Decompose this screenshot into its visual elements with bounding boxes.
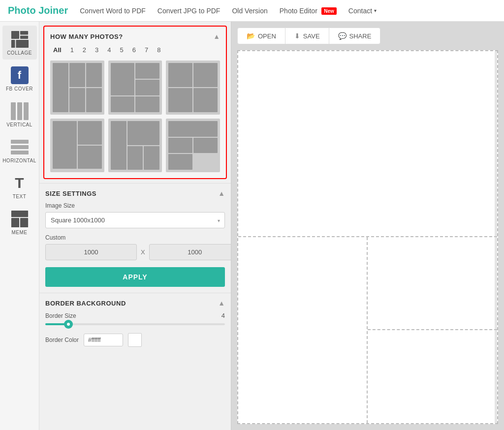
count-tab-8[interactable]: 8: [154, 45, 163, 55]
brand-logo[interactable]: Photo Joiner: [8, 5, 68, 16]
svg-rect-3: [11, 40, 15, 48]
left-sidebar: COLLAGE f FB COVER VERTICAL: [0, 22, 39, 430]
size-settings-title: SIZE SETTINGS: [45, 190, 96, 197]
canvas-scrollbar[interactable]: [495, 51, 497, 423]
count-tab-4[interactable]: 4: [104, 45, 114, 55]
image-size-label: Image Size: [45, 202, 225, 209]
border-background-section: BORDER BACKGROUND ▲ Border Size 4 Border…: [39, 293, 231, 353]
nav-convert-jpg[interactable]: Convert JPG to PDF: [158, 7, 220, 15]
share-button[interactable]: 💬 SHARE: [329, 28, 380, 44]
svg-rect-1: [20, 31, 28, 35]
count-tab-5[interactable]: 5: [117, 45, 126, 55]
border-color-label: Border Color: [45, 337, 79, 343]
canvas-toolbar: 📂 OPEN ⬇ SAVE 💬 SHARE: [237, 28, 380, 44]
nav-contact[interactable]: Contact: [348, 7, 372, 15]
image-size-select[interactable]: Square 1000x1000 Landscape 1200x800 Port…: [45, 212, 225, 228]
collage-canvas[interactable]: [237, 50, 498, 424]
sidebar-item-meme[interactable]: MEME: [2, 205, 37, 239]
slider-thumb[interactable]: [64, 320, 73, 329]
border-size-label: Border Size: [45, 312, 76, 319]
border-size-slider[interactable]: [45, 323, 225, 325]
svg-rect-4: [16, 40, 29, 48]
nav-photo-editor[interactable]: Photo Editor: [280, 7, 317, 15]
custom-label: Custom: [45, 234, 225, 241]
horizontal-icon: [10, 137, 30, 157]
nav-convert-word[interactable]: Convert Word to PDF: [80, 7, 146, 15]
count-tab-6[interactable]: 6: [129, 45, 139, 55]
count-tab-3[interactable]: 3: [92, 45, 101, 55]
canvas-cell-top[interactable]: [238, 51, 497, 237]
border-color-input[interactable]: [84, 334, 123, 346]
sidebar-item-text[interactable]: T TEXT: [2, 169, 37, 203]
image-size-select-wrapper: Square 1000x1000 Landscape 1200x800 Port…: [45, 212, 225, 228]
slider-thumb-inner: [67, 323, 70, 326]
share-icon: 💬: [338, 32, 346, 40]
collage-icon: [10, 30, 30, 49]
save-label: SAVE: [303, 32, 320, 40]
layout-thumb-2[interactable]: [108, 61, 162, 115]
canvas-cell-bottom-right-top[interactable]: [368, 237, 497, 330]
custom-size-row: X: [45, 244, 225, 260]
width-input[interactable]: [45, 244, 137, 260]
svg-rect-0: [11, 31, 19, 39]
count-tab-1[interactable]: 1: [67, 45, 77, 55]
count-tab-all[interactable]: All: [50, 45, 64, 55]
canvas-right-col: [368, 237, 497, 423]
layout-thumb-4[interactable]: [50, 119, 104, 173]
top-nav: Photo Joiner Convert Word to PDF Convert…: [0, 0, 504, 22]
save-button[interactable]: ⬇ SAVE: [285, 28, 329, 44]
layout-thumb-1[interactable]: [50, 61, 104, 115]
open-icon: 📂: [247, 32, 255, 40]
how-many-section: HOW MANY PHOTOS? ▲ All 1 2 3 4 5 6 7 8: [43, 26, 227, 179]
border-header: BORDER BACKGROUND ▲: [45, 299, 225, 307]
sidebar-item-fb-cover[interactable]: f FB COVER: [2, 61, 37, 95]
count-tab-7[interactable]: 7: [142, 45, 151, 55]
open-button[interactable]: 📂 OPEN: [238, 28, 285, 44]
height-input[interactable]: [149, 244, 231, 260]
sidebar-item-horizontal[interactable]: HORIZONTAL: [2, 133, 37, 167]
how-many-collapse-btn[interactable]: ▲: [213, 32, 220, 40]
sidebar-meme-label: MEME: [12, 230, 28, 235]
border-collapse-btn[interactable]: ▲: [218, 299, 225, 307]
border-size-value: 4: [221, 312, 225, 319]
x-separator: X: [141, 248, 145, 256]
size-settings-header: SIZE SETTINGS ▲: [45, 189, 225, 197]
photo-count-tabs: All 1 2 3 4 5 6 7 8: [50, 45, 220, 55]
canvas-cell-bottom-right-bottom[interactable]: [368, 330, 497, 423]
sidebar-vertical-label: VERTICAL: [6, 122, 32, 127]
sidebar-item-vertical[interactable]: VERTICAL: [2, 97, 37, 131]
sidebar-horizontal-label: HORIZONTAL: [2, 158, 36, 163]
sidebar-item-collage[interactable]: COLLAGE: [2, 26, 37, 60]
sidebar-fb-label: FB COVER: [6, 86, 33, 92]
sidebar-collage-label: COLLAGE: [7, 50, 32, 56]
canvas-bottom-row: [238, 237, 497, 423]
canvas-area: 📂 OPEN ⬇ SAVE 💬 SHARE: [231, 22, 504, 430]
count-tab-2[interactable]: 2: [80, 45, 89, 55]
layout-thumb-6[interactable]: [166, 119, 220, 173]
svg-rect-5: [11, 211, 28, 217]
svg-rect-2: [20, 35, 28, 39]
meme-icon: [10, 209, 30, 229]
text-icon: T: [10, 173, 30, 193]
color-swatch[interactable]: [128, 333, 142, 347]
svg-rect-6: [11, 218, 19, 227]
size-settings-section: SIZE SETTINGS ▲ Image Size Square 1000x1…: [39, 183, 231, 293]
layout-thumb-3[interactable]: [166, 61, 220, 115]
main-layout: COLLAGE f FB COVER VERTICAL: [0, 22, 504, 430]
layout-thumb-5[interactable]: [108, 119, 162, 173]
contact-chevron-icon: ▾: [374, 8, 377, 13]
border-title: BORDER BACKGROUND: [45, 300, 126, 307]
layout-grid: [50, 61, 220, 172]
how-many-header: HOW MANY PHOTOS? ▲: [50, 32, 220, 40]
share-label: SHARE: [349, 32, 372, 40]
settings-panel: HOW MANY PHOTOS? ▲ All 1 2 3 4 5 6 7 8: [39, 22, 231, 430]
apply-button[interactable]: APPLY: [45, 267, 225, 287]
svg-rect-7: [20, 218, 28, 227]
nav-old-version[interactable]: Old Version: [232, 7, 267, 15]
new-badge: New: [321, 7, 337, 15]
nav-links: Convert Word to PDF Convert JPG to PDF O…: [80, 6, 377, 15]
vertical-icon: [10, 101, 30, 121]
size-settings-collapse-btn[interactable]: ▲: [218, 189, 225, 197]
save-icon: ⬇: [294, 32, 300, 40]
canvas-cell-bottom-left[interactable]: [238, 237, 368, 423]
